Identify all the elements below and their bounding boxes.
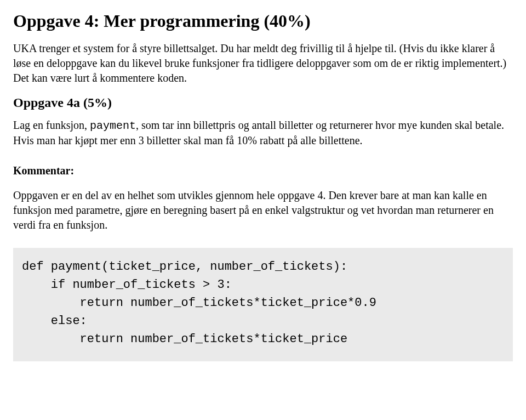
intro-paragraph: UKA trenger et system for å styre billet… xyxy=(13,41,513,86)
kommentar-heading: Kommentar: xyxy=(13,163,513,178)
kommentar-label: Kommentar: xyxy=(13,164,74,177)
kommentar-text: Oppgaven er en del av en helhet som utvi… xyxy=(13,188,513,232)
code-block: def payment(ticket_price, number_of_tick… xyxy=(13,248,513,361)
subtask-text-prefix: Lag en funksjon, xyxy=(13,119,90,131)
main-title: Oppgave 4: Mer programmering (40%) xyxy=(13,11,513,31)
subtask-title: Oppgave 4a (5%) xyxy=(13,95,513,110)
inline-code-payment: payment xyxy=(90,120,136,132)
subtask-description: Lag en funksjon, payment, som tar inn bi… xyxy=(13,118,513,148)
